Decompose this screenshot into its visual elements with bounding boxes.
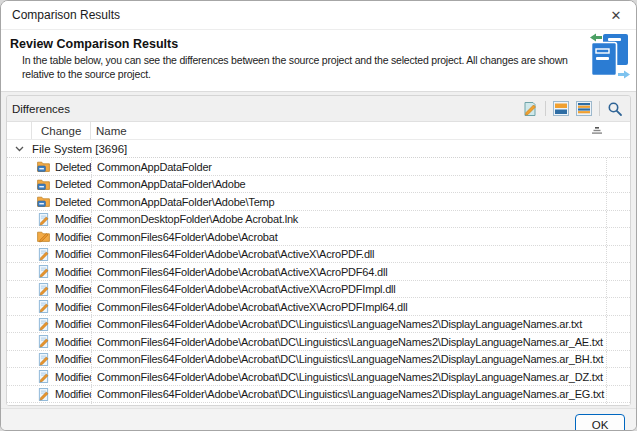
row-change-icon: [37, 388, 50, 401]
row-change-cell: Modified: [32, 263, 91, 280]
table-header: Change Name: [7, 122, 630, 140]
row-right-gutter: [606, 263, 630, 280]
row-change-icon: [37, 265, 50, 278]
dialog-title: Comparison Results: [1, 8, 120, 22]
row-change-label: Modified: [55, 231, 91, 243]
row-change-label: Modified: [55, 283, 91, 295]
dialog-body: Differences: [1, 92, 636, 408]
page-title: Review Comparison Results: [10, 37, 584, 51]
row-gutter: [7, 246, 32, 263]
table-row[interactable]: Modified CommonFiles64Folder\Adobe\Acrob…: [7, 316, 630, 334]
row-change-icon: [37, 213, 50, 226]
row-name: CommonFiles64Folder\Adobe\Acrobat\DC\Lin…: [91, 316, 606, 333]
toolbar-separator: [599, 101, 600, 116]
table-row[interactable]: Modified CommonFiles64Folder\Adobe\Acrob…: [7, 228, 630, 246]
row-gutter: [7, 316, 32, 333]
row-change-label: Modified: [55, 318, 91, 330]
row-change-cell: Modified: [32, 403, 91, 406]
table-body: File System [3696] Deleted CommonAppData…: [7, 140, 630, 406]
row-right-gutter: [606, 228, 630, 245]
header-right-gutter: [606, 122, 630, 139]
row-change-icon: [37, 353, 50, 366]
two-pane-view-icon[interactable]: [551, 99, 571, 118]
table-row[interactable]: Deleted CommonAppDataFolder\Adobe\Temp: [7, 193, 630, 211]
row-right-gutter: [606, 386, 630, 403]
table-row[interactable]: Modified CommonFiles64Folder\Adobe\Acrob…: [7, 386, 630, 404]
table-row[interactable]: Modified CommonFiles64Folder\Adobe\Acrob…: [7, 263, 630, 281]
table-row[interactable]: Modified CommonDesktopFolder\Adobe Acrob…: [7, 211, 630, 229]
header-gutter: [7, 122, 32, 139]
row-change-icon: [37, 335, 50, 348]
ok-button[interactable]: OK: [575, 414, 625, 431]
header: Review Comparison Results In the table b…: [1, 30, 636, 91]
table-row[interactable]: Modified CommonFiles64Folder\Adobe\Acrob…: [7, 333, 630, 351]
row-change-icon: [37, 405, 50, 406]
table-row[interactable]: Modified CommonFiles64Folder\Adobe\Acrob…: [7, 351, 630, 369]
table-row[interactable]: Modified CommonFiles64Folder\Adobe\Acrob…: [7, 246, 630, 264]
row-name: CommonFiles64Folder\Adobe\Acrobat\Active…: [91, 246, 606, 263]
table-row[interactable]: Modified CommonFiles64Folder\Adobe\Acrob…: [7, 368, 630, 386]
row-change-icon: [37, 370, 50, 383]
titlebar: Comparison Results ✕: [1, 1, 636, 30]
row-change-icon: [37, 248, 50, 261]
group-row-file-system[interactable]: File System [3696]: [7, 140, 630, 158]
row-gutter: [7, 263, 32, 280]
list-view-icon[interactable]: [574, 99, 594, 118]
differences-toolbar: Differences: [7, 96, 630, 121]
row-change-label: Modified: [55, 266, 91, 278]
row-name: CommonFiles64Folder\Adobe\Acrobat\Active…: [91, 298, 606, 315]
row-name: CommonFiles64Folder\Adobe\Acrobat\DC\Lin…: [91, 333, 606, 350]
row-change-icon: [37, 318, 50, 331]
chevron-down-icon[interactable]: [7, 146, 32, 152]
row-right-gutter: [606, 403, 630, 406]
edit-differences-icon[interactable]: [520, 99, 540, 118]
row-name: CommonDesktopFolder\Adobe Acrobat.lnk: [91, 211, 606, 228]
row-right-gutter: [606, 298, 630, 315]
row-gutter: [7, 403, 32, 406]
row-right-gutter: [606, 158, 630, 175]
table-row[interactable]: Modified CommonFiles64Folder\Adobe\Acrob…: [7, 403, 630, 406]
table-row[interactable]: Modified CommonFiles64Folder\Adobe\Acrob…: [7, 298, 630, 316]
table-row[interactable]: Modified CommonFiles64Folder\Adobe\Acrob…: [7, 281, 630, 299]
row-name: CommonFiles64Folder\Adobe\Acrobat\DC\Lin…: [91, 368, 606, 385]
sort-icon[interactable]: [592, 127, 606, 135]
row-gutter: [7, 298, 32, 315]
row-gutter: [7, 228, 32, 245]
footer: OK: [1, 408, 636, 431]
row-change-cell: Deleted: [32, 158, 91, 175]
comparison-results-dialog: Comparison Results ✕ Review Comparison R…: [0, 0, 637, 431]
row-gutter: [7, 333, 32, 350]
row-gutter: [7, 158, 32, 175]
row-name: CommonAppDataFolder\Adobe\Temp: [91, 193, 606, 210]
column-header-change[interactable]: Change: [32, 122, 91, 139]
row-right-gutter: [606, 316, 630, 333]
compare-documents-icon: [590, 33, 630, 79]
row-change-label: Modified: [55, 336, 91, 348]
row-right-gutter: [606, 351, 630, 368]
search-icon[interactable]: [605, 99, 625, 118]
table-row[interactable]: Deleted CommonAppDataFolder: [7, 158, 630, 176]
group-label: File System [3696]: [32, 143, 127, 155]
row-change-label: Deleted: [55, 196, 91, 208]
differences-table: Change Name: [7, 121, 630, 405]
column-header-name[interactable]: Name: [91, 122, 606, 139]
row-name: CommonFiles64Folder\Adobe\Acrobat\Active…: [91, 263, 606, 280]
row-right-gutter: [606, 193, 630, 210]
differences-panel: Differences: [6, 95, 631, 406]
row-gutter: [7, 281, 32, 298]
row-change-cell: Modified: [32, 246, 91, 263]
row-right-gutter: [606, 246, 630, 263]
close-icon[interactable]: ✕: [596, 1, 636, 29]
row-change-icon: [37, 160, 50, 173]
row-change-icon: [37, 195, 50, 208]
table-row[interactable]: Deleted CommonAppDataFolder\Adobe: [7, 176, 630, 194]
row-gutter: [7, 386, 32, 403]
row-change-label: Modified: [55, 371, 91, 383]
row-change-label: Deleted: [55, 178, 91, 190]
row-change-cell: Modified: [32, 386, 91, 403]
row-right-gutter: [606, 281, 630, 298]
toolbar-separator: [545, 101, 546, 116]
row-name: CommonAppDataFolder\Adobe: [91, 176, 606, 193]
row-change-cell: Modified: [32, 228, 91, 245]
row-change-icon: [37, 230, 50, 243]
